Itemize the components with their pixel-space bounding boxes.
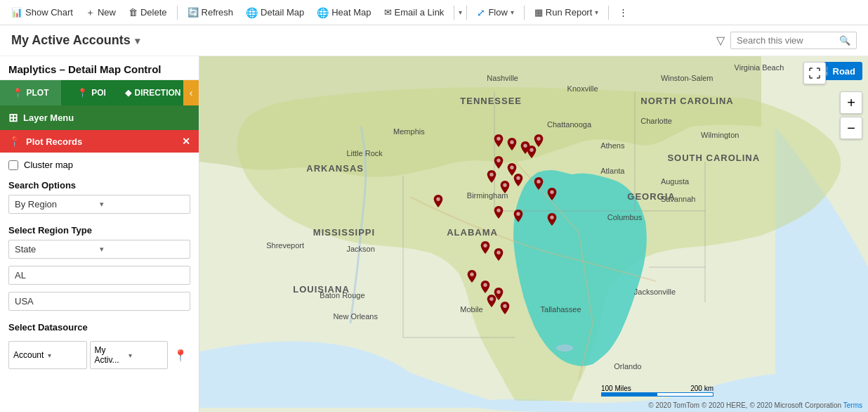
account-select[interactable]: Account ▾	[8, 341, 87, 369]
trash-icon: 🗑	[129, 7, 138, 18]
heatmap-icon: 🌐	[317, 7, 329, 18]
title-chevron-icon[interactable]: ▾	[135, 35, 140, 46]
myactive-select[interactable]: My Activ... ▾	[90, 341, 169, 369]
tab-direction[interactable]: ◆ DIRECTION	[122, 80, 183, 105]
email-link-button[interactable]: ✉ Email a Link	[379, 4, 450, 20]
region-type-chevron: ▾	[100, 245, 185, 254]
flow-button[interactable]: ⤢ Flow ▾	[471, 4, 519, 21]
new-button[interactable]: ＋ New	[80, 4, 121, 22]
separator-1	[177, 6, 178, 20]
scale-bar	[601, 392, 714, 397]
separator-2	[454, 6, 454, 20]
cluster-map-row: Cluster map	[0, 153, 199, 174]
search-options-label: Search Options	[0, 174, 199, 193]
region-type-label: Select Region Type	[0, 219, 199, 238]
plot-tab-icon: 📍	[13, 88, 23, 98]
email-icon: ✉	[384, 7, 392, 18]
datasource-row: Account ▾ My Activ... ▾ 📍	[0, 335, 199, 372]
left-panel: Maplytics – Detail Map Control 📍 PLOT 📍 …	[0, 56, 199, 412]
heat-map-button[interactable]: 🌐 Heat Map	[311, 4, 376, 21]
poi-tab-icon: 📍	[77, 88, 88, 98]
close-plot-records-button[interactable]: ✕	[182, 136, 190, 147]
svg-point-9	[556, 345, 573, 352]
search-input[interactable]	[737, 35, 835, 46]
tab-plot[interactable]: 📍 PLOT	[0, 80, 61, 105]
account-chevron: ▾	[48, 352, 82, 359]
collapse-panel-button[interactable]: ‹	[183, 80, 199, 105]
refresh-icon: 🔄	[188, 7, 199, 18]
search-options-select[interactable]: By Region ▾	[8, 195, 190, 214]
map-area: Nashville TENNESSEE Knoxville Winston-Sa…	[199, 56, 868, 412]
search-options-chevron: ▾	[100, 200, 185, 209]
globe-icon: 🌐	[246, 7, 258, 18]
state-code-input[interactable]	[8, 266, 190, 285]
refresh-button[interactable]: 🔄 Refresh	[182, 4, 239, 20]
map-controls: Road	[808, 62, 863, 80]
myactive-chevron: ▾	[129, 352, 163, 359]
report-chevron: ▾	[595, 8, 598, 16]
cluster-map-checkbox[interactable]	[8, 160, 18, 170]
main-content: Maplytics – Detail Map Control 📍 PLOT 📍 …	[0, 56, 868, 412]
show-chart-button[interactable]: 📊 Show Chart	[6, 4, 79, 20]
terms-link[interactable]: Terms	[843, 401, 862, 409]
separator-5	[608, 6, 609, 20]
run-report-button[interactable]: ▦ Run Report ▾	[529, 4, 604, 20]
tab-bar: 📍 PLOT 📍 POI ◆ DIRECTION ‹	[0, 80, 199, 105]
search-icon[interactable]: 🔍	[839, 35, 850, 46]
more-chevron-1[interactable]: ▾	[459, 8, 462, 16]
delete-button[interactable]: 🗑 Delete	[123, 4, 173, 20]
direction-tab-icon: ◆	[125, 88, 131, 98]
country-input[interactable]	[8, 292, 190, 311]
datasource-pin-icon: 📍	[171, 341, 190, 369]
panel-title: Maplytics – Detail Map Control	[0, 56, 199, 80]
layers-icon: ⊞	[8, 111, 18, 124]
expand-map-button[interactable]	[803, 62, 826, 84]
tab-poi[interactable]: 📍 POI	[61, 80, 122, 105]
pin-icon: 📍	[8, 136, 20, 147]
chart-icon: 📊	[11, 7, 22, 18]
flow-icon: ⤢	[477, 7, 485, 18]
separator-3	[466, 6, 467, 20]
plot-records-row[interactable]: 📍 Plot Records ✕	[0, 130, 199, 153]
plus-icon: ＋	[86, 6, 95, 19]
map-copyright: © 2020 TomTom © 2020 HERE, © 2020 Micros…	[648, 401, 862, 409]
map-scale: 100 Miles 200 km	[601, 385, 714, 397]
map-background	[199, 56, 868, 412]
more-options-button[interactable]: ⋮	[613, 4, 633, 20]
cluster-map-label[interactable]: Cluster map	[24, 160, 73, 170]
flow-chevron: ▾	[511, 8, 514, 16]
zoom-out-button[interactable]: −	[840, 117, 862, 139]
datasource-label: Select Datasource	[0, 316, 199, 335]
search-box: 🔍	[730, 32, 857, 49]
zoom-in-button[interactable]: +	[840, 91, 862, 114]
page-title: My Active Accounts ▾	[11, 33, 140, 48]
detail-map-button[interactable]: 🌐 Detail Map	[240, 4, 310, 21]
filter-icon[interactable]: ▽	[716, 34, 725, 47]
layer-menu-row[interactable]: ⊞ Layer Menu	[0, 105, 199, 130]
header: My Active Accounts ▾ ▽ 🔍	[0, 25, 868, 56]
search-area: ▽ 🔍	[716, 32, 857, 49]
report-icon: ▦	[534, 7, 543, 18]
separator-4	[524, 6, 525, 20]
toolbar: 📊 Show Chart ＋ New 🗑 Delete 🔄 Refresh 🌐 …	[0, 0, 868, 25]
region-type-select[interactable]: State ▾	[8, 240, 190, 259]
